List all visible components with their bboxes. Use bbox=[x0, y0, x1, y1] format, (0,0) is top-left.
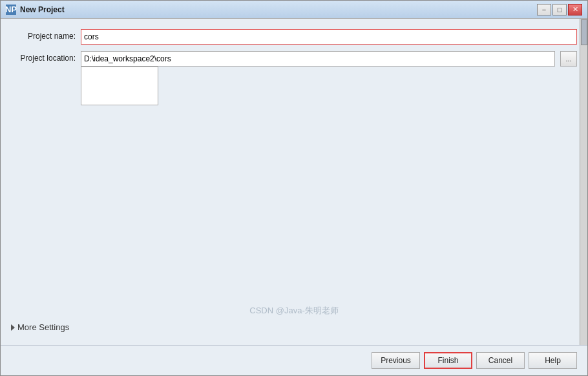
project-name-input[interactable] bbox=[81, 29, 577, 45]
cancel-button[interactable]: Cancel bbox=[476, 352, 525, 369]
browse-button[interactable]: ... bbox=[560, 51, 577, 67]
more-settings-toggle[interactable]: More Settings bbox=[11, 320, 577, 335]
project-name-label: Project name: bbox=[11, 29, 76, 41]
titlebar-controls: − □ ✕ bbox=[537, 4, 582, 16]
project-location-input[interactable] bbox=[81, 51, 555, 67]
project-name-row: Project name: bbox=[11, 29, 577, 45]
location-dropdown bbox=[81, 67, 158, 105]
previous-button[interactable]: Previous bbox=[372, 352, 420, 369]
titlebar: NP New Project − □ ✕ bbox=[1, 1, 587, 19]
scrollbar-track[interactable] bbox=[580, 19, 587, 345]
project-location-label: Project location: bbox=[11, 51, 76, 63]
content-area: Project name: Project location: ... More… bbox=[1, 19, 587, 345]
main-body bbox=[11, 73, 577, 313]
location-input-wrapper bbox=[81, 51, 555, 67]
minimize-button[interactable]: − bbox=[537, 4, 551, 16]
app-icon: NP bbox=[6, 5, 16, 15]
main-window: NP New Project − □ ✕ Project name: Proje… bbox=[0, 0, 588, 376]
more-settings-arrow-icon bbox=[11, 324, 15, 331]
window-title: New Project bbox=[20, 5, 537, 14]
scrollbar-thumb[interactable] bbox=[581, 19, 587, 45]
watermark: CSDN @Java-朱明老师 bbox=[1, 305, 587, 317]
close-button[interactable]: ✕ bbox=[568, 4, 582, 16]
help-button[interactable]: Help bbox=[529, 352, 577, 369]
maximize-button[interactable]: □ bbox=[552, 4, 567, 16]
more-settings-label: More Settings bbox=[17, 322, 69, 332]
footer: Previous Finish Cancel Help bbox=[1, 345, 587, 375]
finish-button[interactable]: Finish bbox=[424, 352, 472, 369]
project-location-row: Project location: ... bbox=[11, 51, 577, 67]
